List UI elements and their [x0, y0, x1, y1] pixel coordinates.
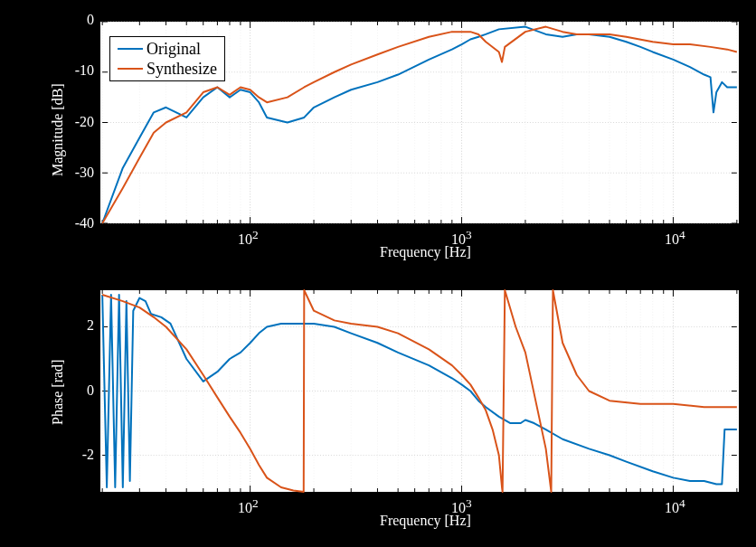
- x-tick-label: 102: [238, 496, 259, 516]
- legend-label-synthesize: Synthesize: [146, 60, 217, 79]
- x-tick-label: 102: [238, 228, 259, 248]
- legend-box: Original Synthesize: [109, 36, 225, 81]
- legend-swatch-original: [118, 48, 143, 50]
- ylabel-top: Magnitude [dB]: [50, 83, 66, 176]
- y-tick-label: -40: [75, 215, 94, 231]
- legend-swatch-synthesize: [118, 68, 143, 70]
- y-tick-label: 0: [87, 12, 94, 28]
- magnitude-chart: Original Synthesize: [99, 21, 740, 224]
- y-tick-label: -20: [75, 114, 94, 130]
- x-tick-label: 104: [665, 228, 685, 248]
- legend-row-synthesize: Synthesize: [118, 59, 217, 79]
- xlabel-top: Frequency [Hz]: [380, 244, 471, 260]
- y-tick-label: -2: [82, 447, 94, 463]
- x-tick-label: 104: [665, 496, 685, 516]
- y-tick-label: -30: [75, 165, 94, 181]
- legend-row-original: Original: [118, 39, 217, 59]
- ylabel-bottom: Phase [rad]: [50, 360, 66, 425]
- xlabel-bottom: Frequency [Hz]: [380, 513, 471, 529]
- y-tick-label: 0: [87, 382, 94, 399]
- phase-chart: [99, 289, 740, 493]
- y-tick-label: 2: [87, 317, 94, 334]
- legend-label-original: Original: [146, 40, 201, 59]
- y-tick-label: -10: [75, 62, 94, 79]
- bottom-plot: [100, 290, 739, 492]
